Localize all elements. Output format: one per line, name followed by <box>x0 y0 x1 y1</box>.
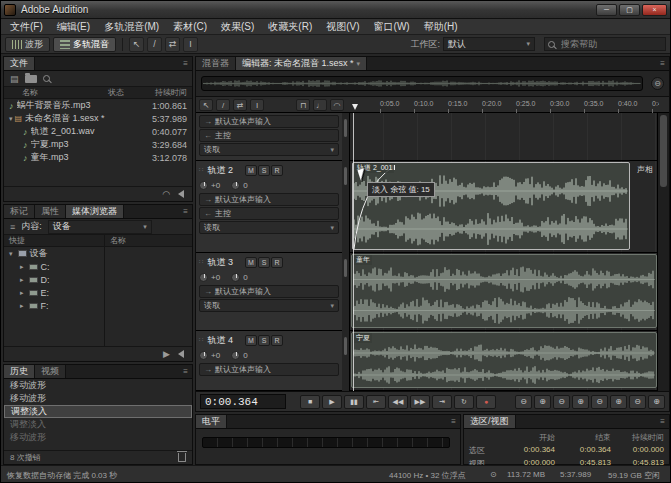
razor-tool-icon[interactable]: / <box>216 99 230 111</box>
pan-knob[interactable] <box>231 273 240 282</box>
menu-favorites[interactable]: 收藏夹(R) <box>261 19 319 34</box>
scrollbar-thumb[interactable] <box>660 115 667 187</box>
playhead-marker[interactable] <box>352 104 358 110</box>
audio-clip-track2[interactable]: 轨道 2_001 <box>352 162 630 250</box>
content-select[interactable]: 设备 ▾ <box>48 220 152 234</box>
track-automation-select[interactable]: 读取 ▾ <box>199 299 339 312</box>
zoom-out-full-icon[interactable]: ⊖ <box>651 77 664 90</box>
track-name[interactable]: 轨道 2 <box>207 164 233 177</box>
tree-item-drive[interactable]: ▸ F: <box>4 299 192 312</box>
tab-files[interactable]: 文件 <box>4 57 35 70</box>
play-icon[interactable]: ▶ <box>163 349 170 359</box>
tab-video[interactable]: 视频 <box>35 365 66 378</box>
file-row[interactable]: ♪ 童年.mp3 3:12.078 <box>4 151 192 164</box>
history-item[interactable]: 移动波形 <box>4 392 192 405</box>
pan-knob[interactable] <box>231 181 240 190</box>
open-folder-icon[interactable] <box>25 75 37 83</box>
menu-clip[interactable]: 素材(C) <box>166 19 214 34</box>
zoom-in-button[interactable]: ⊕ <box>534 395 551 409</box>
column-status[interactable]: 状态 <box>108 87 124 98</box>
pause-button[interactable]: ▮▮ <box>344 395 364 409</box>
search-icon[interactable] <box>43 75 50 82</box>
menu-window[interactable]: 窗口(W) <box>367 19 417 34</box>
track-input-select[interactable]: → 默认立体声输入 <box>199 363 339 376</box>
speaker-icon[interactable] <box>178 350 184 358</box>
fast-forward-button[interactable]: ▶▶ <box>410 395 430 409</box>
expand-icon[interactable]: ▸ <box>20 263 24 271</box>
zoom-in-horizontal-button[interactable]: ⊕ <box>572 395 589 409</box>
audio-clip-track3[interactable]: 童年 <box>351 254 657 328</box>
track-output-select[interactable]: ← 主控 <box>199 129 339 142</box>
track-name[interactable]: 轨道 4 <box>207 334 233 347</box>
tree-item-drive[interactable]: ▸ E: <box>4 286 192 299</box>
speaker-icon[interactable] <box>178 190 184 198</box>
pan-knob[interactable] <box>231 351 240 360</box>
tab-mixer[interactable]: 混音器 <box>196 57 236 70</box>
trash-icon[interactable] <box>178 453 186 462</box>
column-shortcut[interactable]: 快捷 <box>4 235 25 246</box>
play-button[interactable]: ▶ <box>322 395 342 409</box>
track-lane-3[interactable]: 童年 <box>350 253 659 331</box>
zoom-out-button[interactable]: ⊖ <box>515 395 532 409</box>
solo-button[interactable]: S <box>258 335 270 346</box>
selection-end[interactable]: 0:00.364 <box>555 445 611 456</box>
time-select-tool-icon[interactable]: I <box>183 37 198 52</box>
rewind-button[interactable]: ◀◀ <box>388 395 408 409</box>
mute-button[interactable]: M <box>245 335 257 346</box>
file-row[interactable]: ♪ 蜗牛背景音乐.mp3 1:00.861 <box>4 99 192 112</box>
panel-menu-icon[interactable]: ≡ <box>656 57 669 70</box>
tree-item-drive[interactable]: ▸ C: <box>4 260 192 273</box>
slip-tool-icon[interactable]: ⇄ <box>165 37 180 52</box>
file-row[interactable]: ♪ 轨道 2_001.wav 0:40.077 <box>4 125 192 138</box>
tab-levels[interactable]: 电平 <box>196 415 227 428</box>
tab-history[interactable]: 历史 <box>4 365 35 378</box>
solo-button[interactable]: S <box>258 165 270 176</box>
multitrack-view-button[interactable]: 多轨混音 <box>53 37 116 52</box>
slip-tool-icon[interactable]: ⇄ <box>233 99 247 111</box>
expand-icon[interactable]: ▾ <box>9 115 13 123</box>
razor-tool-icon[interactable]: / <box>147 37 162 52</box>
minimize-button[interactable]: ─ <box>596 4 617 16</box>
column-name[interactable]: 名称 <box>110 235 126 246</box>
goto-end-button[interactable]: ⇥ <box>432 395 452 409</box>
history-item-current[interactable]: 调整淡入 <box>4 405 192 418</box>
record-button[interactable]: ● <box>476 395 496 409</box>
audio-clip-track4[interactable]: 宁夏 <box>351 332 657 388</box>
menu-multitrack[interactable]: 多轨混音(M) <box>97 19 166 34</box>
workspace-select[interactable]: 默认 ▾ <box>443 37 535 51</box>
menu-help[interactable]: 帮助(H) <box>417 19 465 34</box>
expand-icon[interactable]: ▸ <box>20 302 24 310</box>
tab-markers[interactable]: 标记 <box>4 205 35 218</box>
track-automation-select[interactable]: 读取 ▾ <box>199 143 339 156</box>
drag-handle-icon[interactable]: ∷ <box>199 166 203 174</box>
column-duration[interactable]: 持续时间 <box>155 87 187 98</box>
record-arm-button[interactable]: R <box>271 257 283 268</box>
menu-edit[interactable]: 编辑(E) <box>50 19 97 34</box>
tab-editor[interactable]: 编辑器: 未命名混音 1.sesx * ▾ <box>236 57 367 70</box>
zoom-in-vertical-button[interactable]: ⊕ <box>610 395 627 409</box>
expand-icon[interactable]: ▸ <box>20 289 24 297</box>
waveform-view-button[interactable]: 波形 <box>5 37 50 52</box>
record-arm-button[interactable]: R <box>271 165 283 176</box>
track-resize-column[interactable] <box>342 113 350 391</box>
automation-icon[interactable]: ◠ <box>330 99 344 111</box>
mute-button[interactable]: M <box>245 165 257 176</box>
panel-menu-icon[interactable]: ≡ <box>179 57 192 70</box>
maximize-button[interactable]: ▢ <box>619 4 640 16</box>
volume-knob[interactable] <box>199 181 208 190</box>
move-tool-icon[interactable]: ↖ <box>129 37 144 52</box>
zoom-full-button[interactable]: ⊕ <box>648 395 665 409</box>
snap-icon[interactable]: ⊓ <box>296 99 310 111</box>
move-tool-icon[interactable]: ↖ <box>199 99 213 111</box>
import-file-icon[interactable]: ▤ <box>10 74 19 84</box>
track-lane-2[interactable]: 轨道 2_001 声相 淡入 余弦 值: 15 <box>350 161 659 253</box>
panel-menu-icon[interactable]: ≡ <box>656 415 669 428</box>
track-automation-select[interactable]: 读取 ▾ <box>199 221 339 234</box>
playhead[interactable] <box>353 113 354 391</box>
expand-icon[interactable]: ▾ <box>9 250 13 258</box>
track-name[interactable]: 轨道 3 <box>207 256 233 269</box>
metronome-icon[interactable]: ♩ <box>313 99 327 111</box>
goto-start-button[interactable]: ⇤ <box>366 395 386 409</box>
tab-selection-view[interactable]: 选区/视图 <box>464 415 516 428</box>
panel-menu-icon[interactable]: ≡ <box>179 205 192 218</box>
